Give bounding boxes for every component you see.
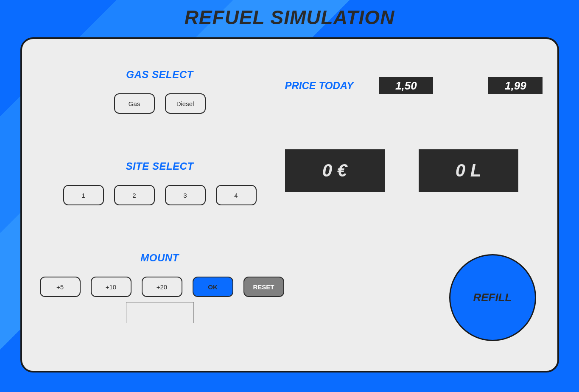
mount-reset-button[interactable]: RESET bbox=[243, 277, 284, 297]
gas-select-row: Gas Diesel bbox=[71, 93, 249, 114]
price-today-label: PRICE TODAY bbox=[285, 80, 354, 92]
mount-row: +5 +10 +20 OK RESET bbox=[35, 277, 289, 297]
gas-option-diesel[interactable]: Diesel bbox=[165, 93, 206, 114]
site-option-3[interactable]: 3 bbox=[165, 185, 206, 205]
right-column: PRICE TODAY 1,50 1,99 0 € 0 L REFILL bbox=[285, 56, 545, 358]
gas-select-section: GAS SELECT Gas Diesel bbox=[35, 69, 285, 114]
cost-display: 0 € bbox=[285, 149, 385, 192]
site-select-section: SITE SELECT 1 2 3 4 bbox=[35, 160, 285, 205]
mount-plus5[interactable]: +5 bbox=[40, 277, 81, 297]
mount-input[interactable] bbox=[126, 302, 194, 323]
gas-option-gas[interactable]: Gas bbox=[114, 93, 155, 114]
mount-plus10[interactable]: +10 bbox=[91, 277, 131, 297]
refill-button[interactable]: REFILL bbox=[449, 254, 536, 341]
page-title: REFUEL SIMULATION bbox=[185, 6, 395, 29]
site-select-row: 1 2 3 4 bbox=[41, 185, 279, 205]
site-option-1[interactable]: 1 bbox=[63, 185, 104, 205]
display-row: 0 € 0 L bbox=[285, 149, 545, 192]
site-select-heading: SITE SELECT bbox=[71, 160, 249, 172]
price-today-row: PRICE TODAY 1,50 1,99 bbox=[285, 77, 545, 94]
site-option-4[interactable]: 4 bbox=[216, 185, 257, 205]
price-gas: 1,50 bbox=[379, 77, 433, 94]
price-diesel: 1,99 bbox=[488, 77, 543, 94]
site-option-2[interactable]: 2 bbox=[114, 185, 155, 205]
volume-display: 0 L bbox=[419, 149, 518, 192]
main-panel: GAS SELECT Gas Diesel SITE SELECT 1 2 3 … bbox=[20, 37, 559, 372]
gas-select-heading: GAS SELECT bbox=[71, 69, 249, 81]
mount-section: MOUNT +5 +10 +20 OK RESET bbox=[35, 252, 285, 323]
mount-heading: MOUNT bbox=[71, 252, 249, 264]
mount-plus20[interactable]: +20 bbox=[142, 277, 182, 297]
left-column: GAS SELECT Gas Diesel SITE SELECT 1 2 3 … bbox=[35, 56, 285, 358]
mount-ok-button[interactable]: OK bbox=[193, 277, 233, 297]
